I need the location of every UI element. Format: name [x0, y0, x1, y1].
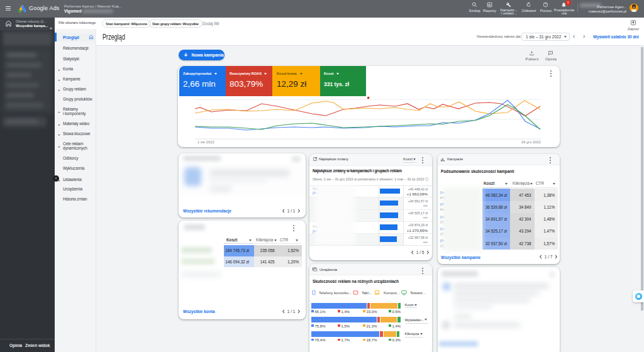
svg-text:?: ?: [545, 3, 547, 6]
